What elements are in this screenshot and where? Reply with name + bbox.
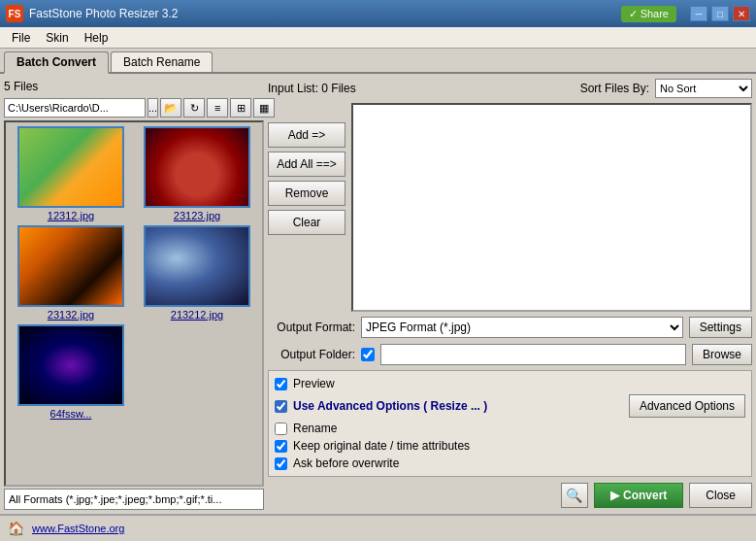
menu-file[interactable]: File [4,29,38,47]
rename-label: Rename [293,422,337,435]
preview-row: Preview [275,377,745,390]
convert-button[interactable]: ▶ Convert [594,483,683,508]
image-thumb-0 [17,126,124,208]
close-window-button[interactable]: ✕ [733,6,750,21]
sort-label: Sort Files By: [580,82,649,95]
output-folder-label: Output Folder: [268,348,355,361]
advanced-row: Use Advanced Options ( Resize ... ) Adva… [275,394,745,418]
list-item[interactable]: 64fssw... [10,324,132,420]
keep-date-checkbox[interactable] [275,440,287,453]
center-section: Add => Add All ==> Remove Clear [268,103,752,312]
rename-checkbox[interactable] [275,423,287,435]
tab-batch-convert[interactable]: Batch Convert [4,51,109,74]
output-format-label: Output Format: [268,321,355,334]
add-button[interactable]: Add => [268,122,345,148]
options-section: Preview Use Advanced Options ( Resize ..… [268,370,752,477]
path-bar: ... 📂 ↻ ≡ ⊞ ▦ [4,97,264,118]
status-url[interactable]: www.FastStone.org [32,523,124,534]
action-buttons: Add => Add All ==> Remove Clear [268,103,345,312]
bottom-buttons: 🔍 ▶ Convert Close [268,481,752,510]
toolbar-buttons: 📂 ↻ ≡ ⊞ ▦ [160,98,275,118]
menu-bar: File Skin Help [0,27,756,49]
keep-date-label: Keep original date / time attributes [293,439,470,453]
list-item[interactable]: 23123.jpg [136,126,258,221]
input-list-box [351,103,752,312]
tab-batch-rename[interactable]: Batch Rename [111,51,213,72]
app-title: FastStone Photo Resizer 3.2 [29,7,178,20]
path-input[interactable] [4,98,146,118]
refresh-button[interactable]: ↻ [183,98,205,118]
main-content: 5 Files ... 📂 ↻ ≡ ⊞ ▦ 12312.jpg [0,74,756,514]
app-icon: FS [6,5,23,22]
image-grid-container: 12312.jpg 23123.jpg 23132.jpg [4,120,264,487]
input-list-header: Input List: 0 Files Sort Files By: No So… [268,78,752,99]
folder-open-button[interactable]: 📂 [160,98,181,118]
advanced-options-label: Use Advanced Options ( Resize ... ) [293,399,487,413]
tab-bar: Batch Convert Batch Rename [0,49,756,74]
list-item[interactable]: 213212.jpg [136,225,258,321]
browse-button[interactable]: Browse [692,344,752,365]
image-label-2: 23132.jpg [48,309,94,321]
output-format-select[interactable]: JPEG Format (*.jpg) PNG Format (*.png) B… [361,317,683,338]
keep-date-row: Keep original date / time attributes [275,439,745,453]
image-thumb-2 [17,225,124,307]
output-section: Output Format: JPEG Format (*.jpg) PNG F… [268,316,752,366]
menu-skin[interactable]: Skin [38,29,76,47]
image-label-0: 12312.jpg [48,210,94,221]
sort-row: Sort Files By: No Sort By Name By Size B… [580,79,752,98]
list-item[interactable]: 23132.jpg [10,225,132,321]
image-label-4: 64fssw... [50,408,92,420]
advanced-options-button[interactable]: Advanced Options [629,394,745,418]
clear-button[interactable]: Clear [268,210,345,235]
advanced-options-checkbox[interactable] [275,400,287,413]
convert-label: Convert [623,489,667,502]
left-panel: 5 Files ... 📂 ↻ ≡ ⊞ ▦ 12312.jpg [4,78,264,510]
overwrite-label: Ask before overwrite [293,456,399,470]
rename-row: Rename [275,422,745,435]
input-list-label: Input List: 0 Files [268,82,356,95]
format-filter: All Formats (*.jpg;*.jpe;*.jpeg;*.bmp;*.… [9,493,221,505]
add-all-button[interactable]: Add All ==> [268,152,345,177]
vshare-button[interactable]: ✓ Share [621,6,676,22]
right-panel: Input List: 0 Files Sort Files By: No So… [268,78,752,510]
search-icon-button[interactable]: 🔍 [561,483,588,508]
list-view-button[interactable]: ≡ [207,98,228,118]
output-folder-input[interactable] [380,344,686,365]
settings-button[interactable]: Settings [689,317,752,338]
output-folder-row: Output Folder: Browse [268,343,752,366]
image-label-1: 23123.jpg [174,210,220,221]
minimize-button[interactable]: ─ [690,6,707,21]
format-bar: All Formats (*.jpg;*.jpe;*.jpeg;*.bmp;*.… [4,489,264,510]
file-count: 5 Files [4,78,264,95]
maximize-button[interactable]: □ [711,6,729,21]
output-folder-checkbox[interactable] [361,348,375,361]
image-label-3: 213212.jpg [171,309,223,321]
image-grid: 12312.jpg 23123.jpg 23132.jpg [6,122,262,423]
status-bar: 🏠 www.FastStone.org [0,514,756,541]
overwrite-checkbox[interactable] [275,457,287,470]
close-button[interactable]: Close [689,483,752,508]
sort-select[interactable]: No Sort By Name By Size By Date [655,79,752,98]
image-thumb-3 [144,225,250,307]
grid-view-button[interactable]: ⊞ [230,98,251,118]
preview-label: Preview [293,377,335,390]
overwrite-row: Ask before overwrite [275,456,745,470]
output-format-row: Output Format: JPEG Format (*.jpg) PNG F… [268,316,752,339]
preview-checkbox[interactable] [275,378,287,390]
title-bar: FS FastStone Photo Resizer 3.2 ✓ Share ─… [0,0,756,27]
menu-help[interactable]: Help [77,29,116,47]
convert-arrow-icon: ▶ [610,489,619,502]
path-browse-button[interactable]: ... [148,98,158,118]
remove-button[interactable]: Remove [268,181,345,206]
image-thumb-1 [144,126,250,208]
list-item[interactable]: 12312.jpg [10,126,132,221]
status-icon: 🏠 [8,521,24,536]
image-thumb-4 [17,324,124,406]
